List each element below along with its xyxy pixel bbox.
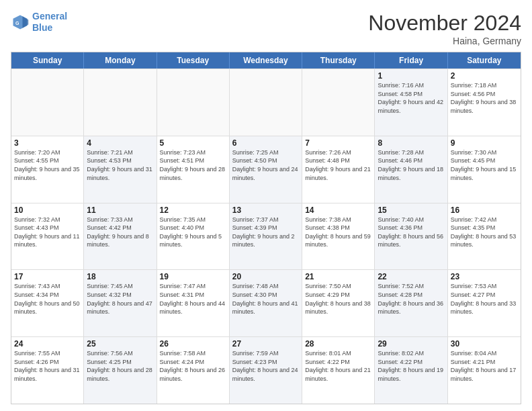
- month-title: November 2024: [368, 11, 521, 36]
- cell-detail: Sunrise: 7:43 AM Sunset: 4:34 PM Dayligh…: [14, 282, 81, 316]
- day-number: 14: [305, 205, 371, 215]
- title-block: November 2024 Haina, Germany: [368, 11, 521, 46]
- cal-row-2: 3Sunrise: 7:20 AM Sunset: 4:55 PM Daylig…: [11, 136, 521, 203]
- day-number: 30: [451, 339, 518, 349]
- cell-detail: Sunrise: 8:02 AM Sunset: 4:22 PM Dayligh…: [378, 349, 444, 383]
- logo: G General Blue: [11, 11, 67, 34]
- day-number: 8: [378, 138, 444, 148]
- logo-text: General Blue: [32, 11, 67, 34]
- svg-text:G: G: [15, 20, 19, 25]
- cell-detail: Sunrise: 7:32 AM Sunset: 4:43 PM Dayligh…: [14, 216, 81, 249]
- cell-detail: Sunrise: 7:38 AM Sunset: 4:38 PM Dayligh…: [305, 216, 371, 249]
- cell-detail: Sunrise: 7:23 AM Sunset: 4:51 PM Dayligh…: [160, 148, 226, 182]
- cal-cell-5-7: 30Sunrise: 8:04 AM Sunset: 4:21 PM Dayli…: [448, 337, 521, 404]
- cell-detail: Sunrise: 7:50 AM Sunset: 4:29 PM Dayligh…: [305, 282, 371, 316]
- day-number: 11: [87, 205, 153, 215]
- day-number: 20: [232, 272, 299, 281]
- cell-detail: Sunrise: 7:56 AM Sunset: 4:25 PM Dayligh…: [87, 349, 153, 383]
- day-number: 19: [160, 272, 226, 281]
- cal-cell-4-4: 20Sunrise: 7:48 AM Sunset: 4:30 PM Dayli…: [230, 270, 302, 336]
- cell-detail: Sunrise: 7:42 AM Sunset: 4:35 PM Dayligh…: [451, 216, 518, 249]
- header-saturday: Saturday: [448, 52, 521, 68]
- cal-cell-4-5: 21Sunrise: 7:50 AM Sunset: 4:29 PM Dayli…: [302, 270, 375, 336]
- cal-cell-5-6: 29Sunrise: 8:02 AM Sunset: 4:22 PM Dayli…: [375, 337, 447, 404]
- cell-detail: Sunrise: 7:37 AM Sunset: 4:39 PM Dayligh…: [232, 216, 299, 249]
- cal-row-4: 17Sunrise: 7:43 AM Sunset: 4:34 PM Dayli…: [11, 269, 521, 336]
- day-number: 3: [14, 138, 81, 148]
- day-number: 22: [378, 272, 444, 281]
- cal-cell-5-2: 25Sunrise: 7:56 AM Sunset: 4:25 PM Dayli…: [84, 337, 157, 404]
- cell-detail: Sunrise: 7:35 AM Sunset: 4:40 PM Dayligh…: [160, 216, 226, 249]
- calendar: Sunday Monday Tuesday Wednesday Thursday…: [11, 52, 521, 404]
- logo-icon: G: [11, 13, 30, 32]
- cal-cell-5-1: 24Sunrise: 7:55 AM Sunset: 4:26 PM Dayli…: [11, 337, 84, 404]
- day-number: 29: [378, 339, 444, 349]
- cal-cell-3-6: 15Sunrise: 7:40 AM Sunset: 4:36 PM Dayli…: [375, 203, 447, 270]
- day-number: 4: [87, 138, 153, 148]
- cal-row-1: 1Sunrise: 7:16 AM Sunset: 4:58 PM Daylig…: [11, 68, 521, 136]
- cell-detail: Sunrise: 7:58 AM Sunset: 4:24 PM Dayligh…: [160, 349, 226, 383]
- day-number: 25: [87, 339, 153, 349]
- logo-line2: Blue: [32, 22, 52, 33]
- header-friday: Friday: [375, 52, 447, 68]
- day-number: 23: [451, 272, 518, 281]
- cal-cell-1-6: 1Sunrise: 7:16 AM Sunset: 4:58 PM Daylig…: [375, 69, 447, 136]
- cell-detail: Sunrise: 7:45 AM Sunset: 4:32 PM Dayligh…: [87, 282, 153, 316]
- cell-detail: Sunrise: 7:55 AM Sunset: 4:26 PM Dayligh…: [14, 349, 81, 383]
- cell-detail: Sunrise: 7:30 AM Sunset: 4:45 PM Dayligh…: [451, 148, 518, 182]
- cal-cell-2-7: 9Sunrise: 7:30 AM Sunset: 4:45 PM Daylig…: [448, 136, 521, 203]
- cell-detail: Sunrise: 7:52 AM Sunset: 4:28 PM Dayligh…: [378, 282, 444, 316]
- cell-detail: Sunrise: 7:28 AM Sunset: 4:46 PM Dayligh…: [378, 148, 444, 182]
- cal-cell-1-7: 2Sunrise: 7:18 AM Sunset: 4:56 PM Daylig…: [448, 69, 521, 136]
- cell-detail: Sunrise: 7:40 AM Sunset: 4:36 PM Dayligh…: [378, 216, 444, 249]
- cell-detail: Sunrise: 7:33 AM Sunset: 4:42 PM Dayligh…: [87, 216, 153, 249]
- header-sunday: Sunday: [11, 52, 84, 68]
- cal-cell-3-3: 12Sunrise: 7:35 AM Sunset: 4:40 PM Dayli…: [157, 203, 230, 270]
- calendar-header: Sunday Monday Tuesday Wednesday Thursday…: [11, 52, 521, 68]
- day-number: 21: [305, 272, 371, 281]
- cal-cell-4-6: 22Sunrise: 7:52 AM Sunset: 4:28 PM Dayli…: [375, 270, 447, 336]
- cal-cell-3-5: 14Sunrise: 7:38 AM Sunset: 4:38 PM Dayli…: [302, 203, 375, 270]
- cal-cell-1-1: [11, 69, 84, 136]
- cal-cell-1-5: [302, 69, 375, 136]
- cell-detail: Sunrise: 7:18 AM Sunset: 4:56 PM Dayligh…: [451, 81, 518, 115]
- cell-detail: Sunrise: 7:21 AM Sunset: 4:53 PM Dayligh…: [87, 148, 153, 182]
- cal-cell-4-2: 18Sunrise: 7:45 AM Sunset: 4:32 PM Dayli…: [84, 270, 157, 336]
- cal-cell-2-6: 8Sunrise: 7:28 AM Sunset: 4:46 PM Daylig…: [375, 136, 447, 203]
- day-number: 26: [160, 339, 226, 349]
- cal-cell-2-4: 6Sunrise: 7:25 AM Sunset: 4:50 PM Daylig…: [230, 136, 302, 203]
- cal-cell-3-4: 13Sunrise: 7:37 AM Sunset: 4:39 PM Dayli…: [230, 203, 302, 270]
- header-monday: Monday: [84, 52, 157, 68]
- cal-cell-5-4: 27Sunrise: 7:59 AM Sunset: 4:23 PM Dayli…: [230, 337, 302, 404]
- header-wednesday: Wednesday: [230, 52, 302, 68]
- cal-cell-4-1: 17Sunrise: 7:43 AM Sunset: 4:34 PM Dayli…: [11, 270, 84, 336]
- day-number: 27: [232, 339, 299, 349]
- day-number: 9: [451, 138, 518, 148]
- day-number: 13: [232, 205, 299, 215]
- header-tuesday: Tuesday: [157, 52, 230, 68]
- cal-row-3: 10Sunrise: 7:32 AM Sunset: 4:43 PM Dayli…: [11, 203, 521, 270]
- cal-cell-1-3: [157, 69, 230, 136]
- cell-detail: Sunrise: 7:26 AM Sunset: 4:48 PM Dayligh…: [305, 148, 371, 182]
- cal-cell-4-7: 23Sunrise: 7:53 AM Sunset: 4:27 PM Dayli…: [448, 270, 521, 336]
- day-number: 5: [160, 138, 226, 148]
- cell-detail: Sunrise: 7:25 AM Sunset: 4:50 PM Dayligh…: [232, 148, 299, 182]
- day-number: 17: [14, 272, 81, 281]
- svg-marker-1: [23, 16, 29, 28]
- cal-cell-3-2: 11Sunrise: 7:33 AM Sunset: 4:42 PM Dayli…: [84, 203, 157, 270]
- cell-detail: Sunrise: 7:47 AM Sunset: 4:31 PM Dayligh…: [160, 282, 226, 316]
- day-number: 15: [378, 205, 444, 215]
- header: G General Blue November 2024 Haina, Germ…: [11, 11, 521, 46]
- day-number: 7: [305, 138, 371, 148]
- cell-detail: Sunrise: 7:48 AM Sunset: 4:30 PM Dayligh…: [232, 282, 299, 316]
- cal-cell-3-1: 10Sunrise: 7:32 AM Sunset: 4:43 PM Dayli…: [11, 203, 84, 270]
- day-number: 2: [451, 71, 518, 81]
- cal-cell-5-3: 26Sunrise: 7:58 AM Sunset: 4:24 PM Dayli…: [157, 337, 230, 404]
- cal-cell-3-7: 16Sunrise: 7:42 AM Sunset: 4:35 PM Dayli…: [448, 203, 521, 270]
- cell-detail: Sunrise: 7:16 AM Sunset: 4:58 PM Dayligh…: [378, 81, 444, 115]
- cal-row-5: 24Sunrise: 7:55 AM Sunset: 4:26 PM Dayli…: [11, 336, 521, 404]
- day-number: 10: [14, 205, 81, 215]
- cal-cell-2-5: 7Sunrise: 7:26 AM Sunset: 4:48 PM Daylig…: [302, 136, 375, 203]
- cell-detail: Sunrise: 7:20 AM Sunset: 4:55 PM Dayligh…: [14, 148, 81, 182]
- day-number: 18: [87, 272, 153, 281]
